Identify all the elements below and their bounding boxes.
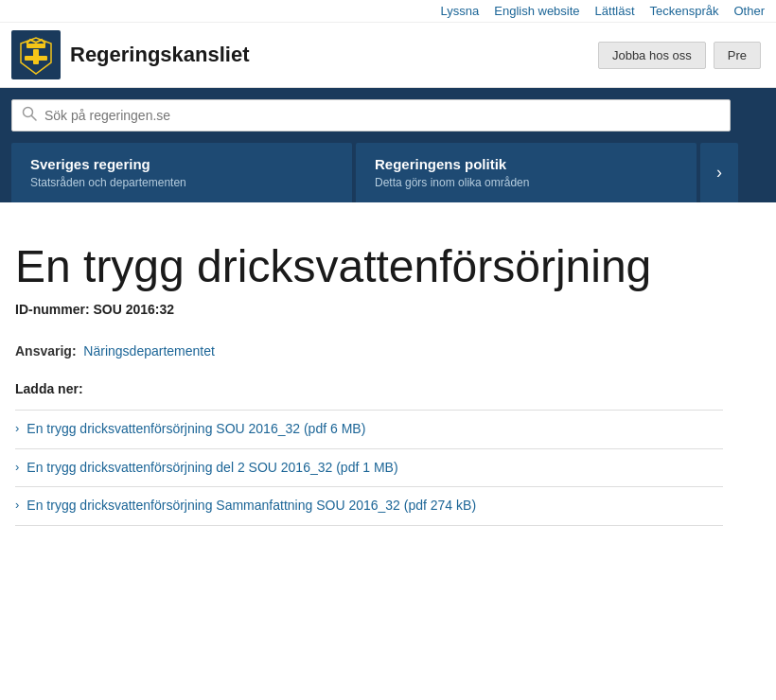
logo-area: Regeringskansliet — [11, 30, 250, 79]
nav-more-button[interactable]: › — [700, 143, 738, 202]
other-link[interactable]: Other — [733, 4, 765, 18]
page-title: En trygg dricksvattenförsörjning — [15, 240, 723, 292]
chevron-icon: › — [15, 421, 19, 435]
nav-item-politik[interactable]: Regeringens politik Detta görs inom olik… — [356, 143, 697, 202]
main-content: En trygg dricksvattenförsörjning ID-numm… — [0, 202, 738, 564]
download-link-1[interactable]: En trygg dricksvattenförsörjning SOU 201… — [26, 420, 365, 439]
list-item: › En trygg dricksvattenförsörjning SOU 2… — [15, 411, 723, 449]
top-bar: Lyssna English website Lättläst Teckensp… — [0, 0, 776, 23]
pre-button[interactable]: Pre — [714, 42, 761, 69]
svg-rect-1 — [26, 44, 45, 48]
nav-item-politik-subtitle: Detta görs inom olika områden — [375, 176, 678, 189]
svg-rect-3 — [25, 56, 47, 61]
list-item: › En trygg dricksvattenförsörjning Samma… — [15, 487, 723, 526]
chevron-icon: › — [15, 498, 19, 512]
svg-point-4 — [27, 50, 31, 54]
chevron-icon: › — [15, 460, 19, 474]
lyssna-link[interactable]: Lyssna — [441, 4, 480, 18]
lattlast-link[interactable]: Lättläst — [595, 4, 635, 18]
svg-line-9 — [32, 116, 37, 121]
nav-menu: Sveriges regering Statsråden och departe… — [0, 143, 776, 202]
download-label: Ladda ner: — [15, 381, 723, 396]
nav-area: Sveriges regering Statsråden och departe… — [0, 88, 776, 202]
site-logo-text: Regeringskansliet — [70, 43, 250, 67]
download-section: Ladda ner: › En trygg dricksvattenförsör… — [15, 381, 723, 526]
search-bar — [11, 99, 731, 131]
svg-point-7 — [41, 61, 44, 65]
svg-point-5 — [41, 50, 44, 54]
responsible-label: Ansvarig: — [15, 343, 77, 359]
download-link-3[interactable]: En trygg dricksvattenförsörjning Sammanf… — [26, 497, 476, 516]
search-bar-wrap — [0, 99, 776, 143]
english-website-link[interactable]: English website — [494, 4, 579, 18]
download-link-2[interactable]: En trygg dricksvattenförsörjning del 2 S… — [26, 459, 397, 478]
header-actions: Jobba hos oss Pre — [598, 42, 761, 69]
jobba-button[interactable]: Jobba hos oss — [598, 42, 706, 69]
responsible-line: Ansvarig: Näringsdepartementet — [15, 343, 723, 359]
search-icon — [22, 106, 37, 125]
teckensprak-link[interactable]: Teckenspråk — [650, 4, 719, 18]
nav-item-regering-subtitle: Statsråden och departementen — [30, 176, 333, 189]
nav-item-regering-title: Sveriges regering — [30, 156, 333, 172]
search-input[interactable] — [44, 108, 720, 123]
list-item: › En trygg dricksvattenförsörjning del 2… — [15, 449, 723, 488]
site-header: Regeringskansliet Jobba hos oss Pre — [0, 23, 776, 88]
responsible-link[interactable]: Näringsdepartementet — [83, 343, 215, 359]
download-list: › En trygg dricksvattenförsörjning SOU 2… — [15, 410, 723, 526]
page-id: ID-nummer: SOU 2016:32 — [15, 302, 723, 317]
logo-icon — [11, 30, 61, 79]
nav-item-politik-title: Regeringens politik — [375, 156, 678, 172]
svg-point-6 — [27, 61, 31, 65]
nav-item-regering[interactable]: Sveriges regering Statsråden och departe… — [11, 143, 352, 202]
